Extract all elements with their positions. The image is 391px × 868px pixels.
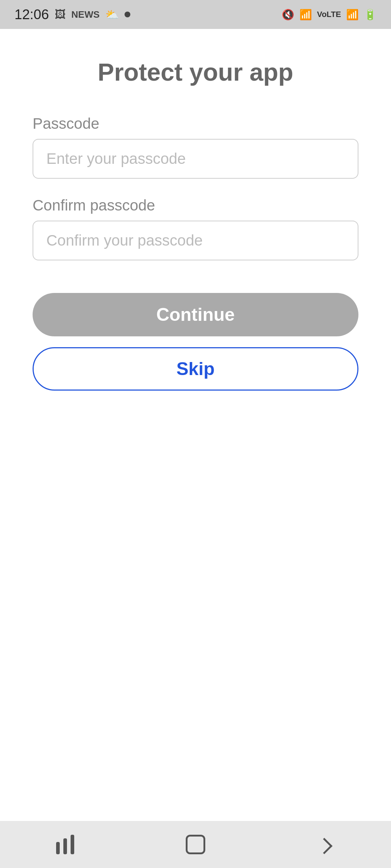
passcode-input[interactable]: [33, 139, 358, 179]
home-button[interactable]: [181, 830, 210, 859]
volte-icon: VoLTE: [317, 10, 341, 19]
main-content: Protect your app Passcode Confirm passco…: [0, 29, 391, 821]
status-bar-right: 🔇 📶 VoLTE 📶 🔋: [282, 9, 377, 21]
wifi-icon: 📶: [299, 9, 312, 21]
recent-apps-icon: [56, 835, 74, 854]
page-title: Protect your app: [98, 58, 293, 86]
recent-apps-button[interactable]: [51, 830, 80, 859]
battery-icon: 🔋: [364, 9, 377, 21]
status-time: 12:06: [14, 7, 49, 22]
photo-icon: 🖼: [55, 8, 66, 21]
confirm-passcode-group: Confirm passcode: [33, 197, 358, 260]
mute-icon: 🔇: [282, 9, 294, 21]
confirm-passcode-label: Confirm passcode: [33, 197, 358, 214]
news-icon: NEWS: [71, 9, 100, 20]
passcode-group: Passcode: [33, 115, 358, 179]
signal-icon: 📶: [346, 9, 359, 21]
bottom-nav: [0, 821, 391, 868]
dot-icon: [125, 12, 130, 17]
status-bar-left: 12:06 🖼 NEWS ⛅: [14, 7, 130, 22]
status-bar: 12:06 🖼 NEWS ⛅ 🔇 📶 VoLTE 📶 🔋: [0, 0, 391, 29]
weather-icon: ⛅: [105, 8, 119, 21]
back-button[interactable]: [311, 830, 340, 859]
confirm-passcode-input[interactable]: [33, 221, 358, 260]
back-icon: [316, 838, 332, 854]
passcode-label: Passcode: [33, 115, 358, 132]
home-icon: [186, 835, 205, 854]
continue-button[interactable]: Continue: [33, 293, 358, 336]
skip-button[interactable]: Skip: [33, 347, 358, 391]
buttons-section: Continue Skip: [33, 293, 358, 391]
